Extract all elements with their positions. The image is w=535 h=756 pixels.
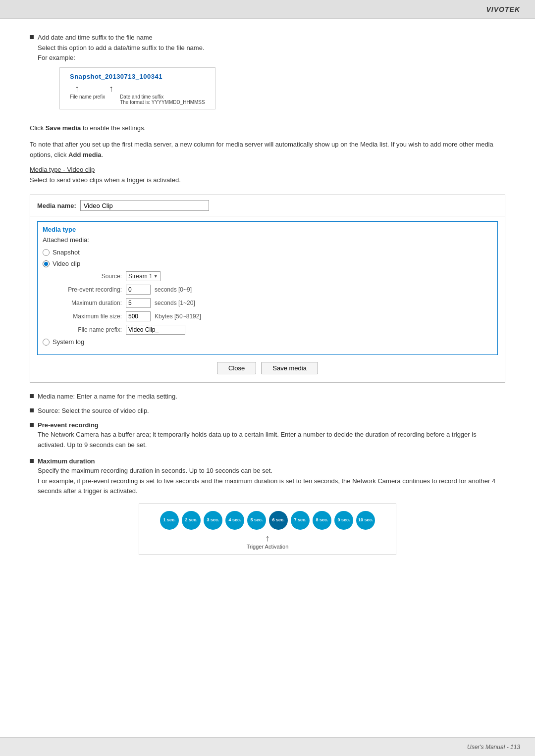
filename-prefix-input[interactable] (126, 325, 185, 335)
bullet-icon (30, 394, 34, 398)
tl-circle-8: 8 sec. (313, 511, 331, 530)
source-label: Source: (57, 273, 122, 280)
bullet-max-duration-line: Maximum duration (30, 457, 505, 465)
media-form-panel: Media name: Media type Attached media: S… (30, 195, 505, 383)
bullet-icon (30, 459, 34, 463)
arrow-prefix-icon: ↑ (75, 84, 79, 93)
pre-event-label: Pre-event recording: (57, 286, 122, 293)
bullet-icon (30, 423, 34, 427)
save-media-bold: Save media (46, 124, 81, 132)
b3-indent: The Network Camera has a buffer area; it… (38, 430, 505, 451)
bullet-source: Source: Select the source of video clip. (30, 407, 505, 414)
b3-label: Pre-event recording (38, 421, 99, 429)
media-name-label: Media name: (37, 202, 76, 209)
filename-prefix-label: File name prefix: (57, 326, 122, 333)
radio-snapshot[interactable] (43, 249, 50, 256)
max-filesize-input[interactable] (126, 311, 151, 321)
media-type-label: Media type (43, 226, 492, 233)
max-duration-input[interactable] (126, 298, 151, 308)
date-suffix-indent1: Select this option to add a date/time su… (38, 44, 205, 51)
bullet-pre-event-line: Pre-event recording (30, 421, 505, 429)
tl-circle-7: 7 sec. (291, 511, 310, 530)
arrow-suffix-icon: ↑ (109, 84, 113, 93)
section-heading: Media type - Video clip (30, 166, 505, 173)
video-clip-options: Source: Stream 1 ▼ Pre-event recording: … (57, 271, 492, 335)
radio-systemlog-row: System log (43, 338, 492, 346)
video-clip-section: Media type - Video clip Select to send v… (30, 166, 505, 186)
para1-end: . (102, 151, 104, 158)
b4-text2: For example, if pre-event recording is s… (38, 477, 495, 495)
b4-text1: Specify the maximum recording duration i… (38, 467, 272, 474)
attached-media-label: Attached media: (43, 236, 492, 244)
save-media-paragraph: Click Save media to enable the settings. (30, 123, 505, 134)
radio-videoclip-row: Video clip (43, 260, 492, 267)
save-media-button[interactable]: Save media (261, 362, 318, 374)
label-prefix-col: File name prefix (70, 94, 105, 105)
buttons-row: Close Save media (30, 362, 505, 374)
max-filesize-row: Maximum file size: Kbytes [50~8192] (57, 311, 492, 321)
bullet-media-name: Media name: Enter a name for the media s… (30, 393, 505, 400)
pre-event-hint: seconds [0~9] (155, 286, 192, 293)
save-media-pre: Click (30, 124, 46, 132)
bullet-pre-event: Pre-event recording The Network Camera h… (30, 421, 505, 451)
example-box: Snapshot_20130713_100341 ↑ ↑ File name p… (59, 67, 215, 109)
page: VIVOTEK Add date and time suffix to the … (0, 0, 535, 756)
close-button[interactable]: Close (217, 362, 256, 374)
max-duration-label: Maximum duration: (57, 300, 122, 306)
filename-prefix-row: File name prefix: (57, 325, 492, 335)
new-column-paragraph: To note that after you set up the first … (30, 140, 505, 160)
footer-text: User's Manual - 113 (467, 744, 520, 751)
max-filesize-label: Maximum file size: (57, 313, 122, 320)
tl-circle-2: 2 sec. (182, 511, 201, 530)
brand-logo: VIVOTEK (486, 5, 520, 13)
max-duration-row: Maximum duration: seconds [1~20] (57, 298, 492, 308)
source-select[interactable]: Stream 1 ▼ (126, 271, 160, 281)
pre-event-row: Pre-event recording: seconds [0~9] (57, 285, 492, 295)
bullet-date-suffix-text: Add date and time suffix to the file nam… (38, 34, 153, 41)
bullet-date-suffix: Add date and time suffix to the file nam… (30, 34, 505, 41)
select-arrow-icon: ▼ (154, 274, 158, 279)
arrows-row: ↑ ↑ (70, 84, 205, 93)
max-filesize-hint: Kbytes [50~8192] (155, 313, 201, 320)
radio-snapshot-row: Snapshot (43, 249, 492, 256)
radio-systemlog-label: System log (53, 338, 84, 346)
date-suffix-section: Add date and time suffix to the file nam… (30, 34, 505, 114)
media-type-section: Media type Attached media: Snapshot Vide… (37, 221, 498, 355)
label-suffix: Date and time suffix (120, 94, 205, 100)
section-subtext: Select to send video clips when a trigge… (30, 175, 505, 186)
label-prefix: File name prefix (70, 94, 105, 100)
bullet-max-duration: Maximum duration Specify the maximum rec… (30, 457, 505, 497)
max-duration-hint: seconds [1~20] (155, 300, 195, 306)
radio-videoclip[interactable] (43, 260, 50, 267)
b4-indent: Specify the maximum recording duration i… (38, 466, 505, 497)
label-suffix-col: Date and time suffix The format is: YYYY… (120, 94, 205, 105)
labels-row: File name prefix Date and time suffix Th… (70, 94, 205, 105)
main-content: Add date and time suffix to the file nam… (0, 19, 535, 582)
tl-circle-5: 5 sec. (247, 511, 266, 530)
source-value: Stream 1 (128, 273, 153, 280)
bullet-source-line: Source: Select the source of video clip. (30, 407, 505, 414)
timeline-circles: 1 sec. 2 sec. 3 sec. 4 sec. 5 sec. 6 sec… (160, 511, 375, 530)
pre-event-input[interactable] (126, 285, 151, 295)
trigger-arrow-icon: ↑ (266, 534, 270, 543)
save-media-post: to enable the settings. (81, 124, 146, 132)
bullet-media-name-line: Media name: Enter a name for the media s… (30, 393, 505, 400)
radio-snapshot-label: Snapshot (53, 249, 80, 256)
example-filename: Snapshot_20130713_100341 (70, 73, 205, 80)
footer-bar: User's Manual - 113 (0, 737, 535, 756)
media-name-row: Media name: (30, 195, 505, 216)
b2-label: Source: Select the source of video clip. (38, 407, 149, 414)
media-name-input[interactable] (80, 200, 209, 211)
trigger-label: Trigger Activation (247, 544, 289, 550)
trigger-arrow: ↑ (266, 534, 270, 543)
tl-circle-3: 3 sec. (204, 511, 222, 530)
timeline-box: 1 sec. 2 sec. 3 sec. 4 sec. 5 sec. 6 sec… (139, 504, 396, 555)
date-suffix-indent: Select this option to add a date/time su… (38, 43, 505, 62)
tl-circle-1: 1 sec. (160, 511, 179, 530)
b3-text: The Network Camera has a buffer area; it… (38, 431, 477, 449)
tl-circle-6-highlight: 6 sec. (269, 511, 288, 530)
radio-videoclip-label: Video clip (53, 260, 80, 267)
b1-label: Media name: Enter a name for the media s… (38, 393, 177, 400)
radio-systemlog[interactable] (43, 339, 50, 346)
source-row: Source: Stream 1 ▼ (57, 271, 492, 281)
